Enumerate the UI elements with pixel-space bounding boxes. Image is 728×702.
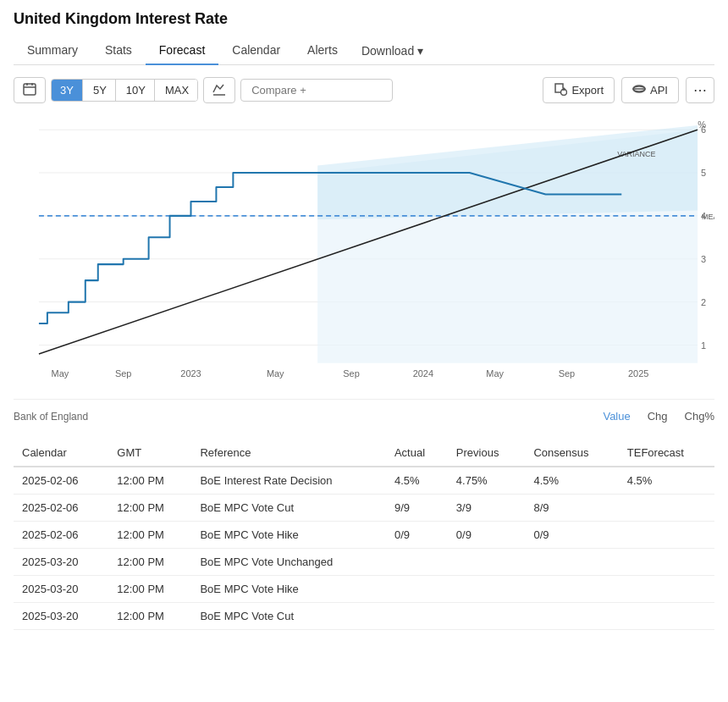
table-cell <box>525 603 618 630</box>
tab-download[interactable]: Download ▾ <box>351 37 433 64</box>
table-cell <box>525 576 618 603</box>
chart-type-button[interactable] <box>203 77 235 103</box>
range-5y[interactable]: 5Y <box>85 80 116 101</box>
col-actual: Actual <box>386 439 448 467</box>
tab-stats[interactable]: Stats <box>91 36 146 65</box>
tab-calendar[interactable]: Calendar <box>218 36 294 65</box>
export-label: Export <box>571 84 604 97</box>
svg-text:Sep: Sep <box>115 368 131 378</box>
data-table: Calendar GMT Reference Actual Previous C… <box>14 439 714 630</box>
toolbar: 3Y 5Y 10Y MAX <box>14 74 714 107</box>
col-previous: Previous <box>448 439 526 467</box>
calendar-icon <box>23 82 36 98</box>
tab-bar: Summary Stats Forecast Calendar Alerts D… <box>14 36 714 65</box>
table-cell <box>525 549 618 576</box>
chart-type-icon <box>212 82 226 98</box>
table-cell: 4.5% <box>619 467 714 495</box>
svg-text:2: 2 <box>701 297 706 307</box>
table-header-row: Calendar GMT Reference Actual Previous C… <box>14 439 714 467</box>
api-button[interactable]: API <box>621 77 679 103</box>
svg-text:1: 1 <box>701 340 706 350</box>
table-row[interactable]: 2025-03-2012:00 PMBoE MPC Vote Unchanged <box>14 549 714 576</box>
tab-alerts[interactable]: Alerts <box>294 36 351 65</box>
svg-text:2023: 2023 <box>180 368 201 378</box>
table-cell <box>448 576 526 603</box>
chart-svg: % 6 5 4 3 2 1 MEAN VA <box>14 112 714 399</box>
table-row[interactable]: 2025-02-0612:00 PMBoE Interest Rate Deci… <box>14 467 714 495</box>
svg-text:6: 6 <box>701 124 706 135</box>
table-cell: 2025-03-20 <box>14 549 108 576</box>
table-cell: 2025-03-20 <box>14 603 108 630</box>
svg-text:2024: 2024 <box>413 368 433 378</box>
table-cell <box>619 576 714 603</box>
range-max[interactable]: MAX <box>157 80 197 101</box>
table-cell: 8/9 <box>525 495 618 522</box>
svg-text:May: May <box>267 368 284 378</box>
table-cell: 12:00 PM <box>108 576 191 603</box>
svg-text:2025: 2025 <box>628 368 648 378</box>
table-cell: 2025-03-20 <box>14 576 108 603</box>
table-cell: 0/9 <box>386 522 448 549</box>
chart-footer: Bank of England Value Chg Chg% <box>14 406 714 433</box>
table-cell: 0/9 <box>525 522 618 549</box>
range-3y[interactable]: 3Y <box>52 80 83 101</box>
tab-summary[interactable]: Summary <box>14 36 91 65</box>
export-button[interactable]: Export <box>543 77 615 103</box>
download-chevron-icon: ▾ <box>417 44 423 58</box>
page-title: United Kingdom Interest Rate <box>14 10 714 28</box>
api-label: API <box>650 84 668 97</box>
table-cell: 0/9 <box>448 522 526 549</box>
more-button[interactable]: ⋯ <box>686 77 714 103</box>
table-cell <box>386 549 448 576</box>
table-cell: BoE MPC Vote Cut <box>191 495 386 522</box>
chg-pct-label: Chg% <box>685 410 714 423</box>
table-cell: 4.5% <box>525 467 618 495</box>
table-body: 2025-02-0612:00 PMBoE Interest Rate Deci… <box>14 467 714 630</box>
chg-label: Chg <box>648 410 668 423</box>
table-row[interactable]: 2025-02-0612:00 PMBoE MPC Vote Hike0/90/… <box>14 522 714 549</box>
col-gmt: GMT <box>108 439 191 467</box>
table-cell: 2025-02-06 <box>14 495 108 522</box>
col-calendar: Calendar <box>14 439 108 467</box>
tab-forecast[interactable]: Forecast <box>146 36 218 65</box>
range-group: 3Y 5Y 10Y MAX <box>51 79 198 102</box>
table-cell: 9/9 <box>386 495 448 522</box>
table-cell <box>619 522 714 549</box>
svg-text:Sep: Sep <box>559 368 575 378</box>
table-cell <box>448 549 526 576</box>
table-cell: 2025-02-06 <box>14 467 108 495</box>
table-cell: BoE MPC Vote Hike <box>191 522 386 549</box>
range-10y[interactable]: 10Y <box>118 80 155 101</box>
calendar-button[interactable] <box>14 77 46 103</box>
table-cell <box>619 549 714 576</box>
svg-text:MEAN: MEAN <box>702 213 714 221</box>
table-cell: 2025-02-06 <box>14 522 108 549</box>
chart-source: Bank of England <box>14 411 88 423</box>
table-row[interactable]: 2025-02-0612:00 PMBoE MPC Vote Cut9/93/9… <box>14 495 714 522</box>
table-cell: BoE MPC Vote Hike <box>191 576 386 603</box>
table-row[interactable]: 2025-03-2012:00 PMBoE MPC Vote Cut <box>14 603 714 630</box>
export-icon <box>554 82 567 98</box>
table-cell: BoE MPC Vote Unchanged <box>191 549 386 576</box>
table-cell <box>386 576 448 603</box>
value-label: Value <box>603 410 630 423</box>
chart-container: % 6 5 4 3 2 1 MEAN VA <box>14 112 714 400</box>
table-cell: 4.75% <box>448 467 526 495</box>
table-cell <box>386 603 448 630</box>
table-cell: BoE MPC Vote Cut <box>191 603 386 630</box>
svg-text:May: May <box>52 368 69 378</box>
svg-text:May: May <box>486 368 504 378</box>
svg-rect-0 <box>24 84 36 95</box>
col-reference: Reference <box>191 439 386 467</box>
table-cell: 12:00 PM <box>108 603 191 630</box>
chart-footer-right: Value Chg Chg% <box>603 410 714 423</box>
col-consensus: Consensus <box>525 439 618 467</box>
table-row[interactable]: 2025-03-2012:00 PMBoE MPC Vote Hike <box>14 576 714 603</box>
table-cell: 4.5% <box>386 467 448 495</box>
compare-input[interactable] <box>240 79 393 102</box>
table-cell: 12:00 PM <box>108 522 191 549</box>
table-cell: 12:00 PM <box>108 495 191 522</box>
table-cell: 12:00 PM <box>108 467 191 495</box>
svg-text:3: 3 <box>701 254 706 264</box>
table-cell: 3/9 <box>448 495 526 522</box>
